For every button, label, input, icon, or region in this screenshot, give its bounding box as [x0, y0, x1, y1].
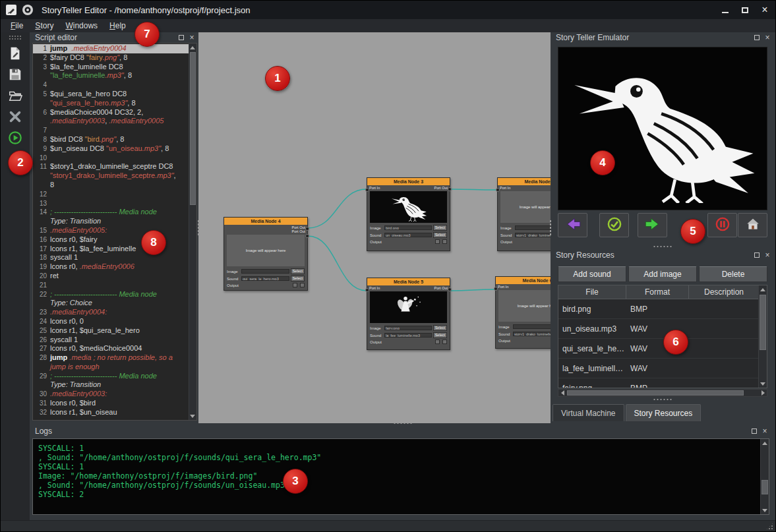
splitter-handle[interactable]: [653, 398, 672, 401]
script-line[interactable]: 6$mediaChoice0004 DC32, 2,.mediaEntry000…: [33, 108, 189, 127]
menu-item-windows[interactable]: Windows: [59, 20, 104, 32]
script-editor[interactable]: 1jump .mediaEntry00042$fairy DC8 "fairy.…: [32, 43, 197, 421]
menu-item-file[interactable]: File: [5, 20, 29, 32]
table-header-format[interactable]: Format: [626, 285, 689, 299]
table-row[interactable]: un_oiseau.mp3WAV: [558, 319, 767, 339]
scroll-down-icon[interactable]: [759, 380, 767, 388]
add-sound-button[interactable]: Add sound: [558, 266, 626, 282]
menu-item-story[interactable]: Story: [29, 20, 59, 32]
script-line[interactable]: 2$fairy DC8 "fairy.png", 8: [33, 53, 189, 63]
node-select-button[interactable]: Select: [433, 225, 447, 231]
node-field-value[interactable]: story1_drako_luminelle_sceptre.mp3: [515, 233, 551, 237]
script-line[interactable]: 29; -------------------------- Media nod…: [33, 372, 189, 390]
input-port-dot[interactable]: [365, 288, 369, 292]
input-port-dot[interactable]: [365, 188, 369, 192]
node-field-value[interactable]: qui_sera_le_hero.mp3: [241, 276, 289, 281]
table-row[interactable]: la_fee_luminelle.mp3WAV: [558, 359, 767, 378]
script-line[interactable]: 28jump .media ; no return possible, so a…: [33, 353, 189, 372]
script-line[interactable]: 31lcons r0, $bird: [33, 399, 189, 408]
table-header-description[interactable]: Description: [689, 285, 760, 299]
node-field-value[interactable]: story1_drako_luminelle_sceptre.mp3: [513, 332, 551, 336]
maximize-button[interactable]: [737, 3, 753, 17]
script-line[interactable]: 22; -------------------------- Media nod…: [33, 290, 189, 309]
graph-node[interactable]: Media Node 7Port InImage will appear her…: [497, 177, 551, 251]
node-option-icon[interactable]: [442, 239, 447, 244]
resize-grip[interactable]: [765, 522, 774, 531]
node-title[interactable]: Media Node 7: [498, 178, 551, 185]
node-canvas[interactable]: Media Node 4Port OutPort OutImage will a…: [198, 32, 551, 423]
resources-table[interactable]: FileFormatDescriptionbird.pngBMPun_oisea…: [558, 285, 767, 388]
splitter-handle[interactable]: [197, 220, 200, 237]
scroll-up-icon[interactable]: [759, 285, 767, 293]
delete-button[interactable]: Delete: [699, 266, 767, 282]
script-line[interactable]: 26syscall 1: [33, 336, 189, 345]
table-hscrollbar[interactable]: [558, 389, 767, 397]
script-line[interactable]: 18syscall 1: [33, 253, 189, 262]
emulator-next-button[interactable]: [638, 213, 667, 237]
script-line[interactable]: 24lcons r0, 0: [33, 317, 189, 326]
node-title[interactable]: Media Node 5: [367, 278, 450, 285]
script-line[interactable]: 20ret: [33, 272, 189, 281]
script-line[interactable]: 1jump .mediaEntry0004: [33, 44, 189, 53]
script-line[interactable]: 4: [33, 80, 189, 90]
table-row[interactable]: qui_sera_le_hero.mp3WAV: [558, 339, 767, 359]
close-panel-icon[interactable]: ×: [763, 251, 771, 259]
script-line[interactable]: 23.mediaEntry0004:: [33, 308, 189, 317]
close-panel-icon[interactable]: ×: [188, 34, 196, 42]
script-editor-scrollbar[interactable]: [189, 44, 196, 420]
script-line[interactable]: 19lcons r0, .mediaEntry0006: [33, 262, 189, 272]
close-button[interactable]: ×: [757, 3, 773, 17]
graph-node[interactable]: Media Node 6Port InImage will appear her…: [495, 276, 551, 349]
scrollbar-thumb[interactable]: [190, 52, 196, 205]
splitter-handle[interactable]: [549, 220, 552, 237]
float-panel-icon[interactable]: [753, 251, 761, 259]
scrollbar-thumb[interactable]: [761, 480, 768, 494]
node-select-button[interactable]: Select: [291, 276, 305, 281]
logs-scrollbar[interactable]: [760, 439, 769, 514]
emulator-pause-button[interactable]: [707, 213, 737, 237]
output-port-dot[interactable]: [448, 287, 452, 291]
script-line[interactable]: 9$un_oiseau DC8 "un_oiseau.mp3", 8: [33, 144, 189, 154]
node-select-button[interactable]: Select: [433, 325, 447, 331]
node-image-preview[interactable]: [370, 191, 447, 223]
node-image-preview[interactable]: [370, 291, 447, 323]
logs-output[interactable]: SYSCALL: 1, Sound: "/home/anthony/ostpro…: [32, 438, 769, 515]
output-port-dot[interactable]: [305, 227, 309, 231]
script-line[interactable]: 21: [33, 281, 189, 290]
node-field-value[interactable]: [513, 324, 551, 329]
add-image-button[interactable]: Add image: [628, 266, 697, 282]
float-panel-icon[interactable]: [177, 34, 185, 42]
node-option-icon[interactable]: [442, 340, 447, 344]
scroll-down-icon[interactable]: [761, 506, 769, 514]
script-line[interactable]: 30.mediaEntry0003:: [33, 390, 189, 399]
script-line[interactable]: 7: [33, 126, 189, 135]
node-title[interactable]: Media Node 4: [224, 218, 307, 225]
node-option-icon[interactable]: [435, 340, 440, 344]
script-line[interactable]: 25lcons r1, $qui_sera_le_hero: [33, 326, 189, 336]
script-line[interactable]: 5$qui_sera_le_hero DC8"qui_sera_le_hero.…: [33, 90, 189, 108]
script-line[interactable]: 11$story1_drako_luminelle_sceptre DC8"st…: [33, 162, 189, 189]
script-line[interactable]: 8$bird DC8 "bird.png", 8: [33, 135, 189, 144]
scroll-up-icon[interactable]: [189, 44, 196, 51]
node-field-value[interactable]: la_fee_luminelle.mp3: [384, 333, 432, 338]
node-select-button[interactable]: Select: [433, 232, 447, 238]
scroll-down-icon[interactable]: [189, 412, 196, 420]
script-line[interactable]: 13: [33, 199, 189, 208]
scrollbar-thumb[interactable]: [567, 390, 744, 396]
table-row[interactable]: bird.pngBMP: [558, 299, 767, 319]
float-panel-icon[interactable]: [753, 34, 761, 42]
node-option-icon[interactable]: [300, 283, 305, 287]
title-bar[interactable]: StoryTeller Editor - /home/anthony/ostpr…: [1, 1, 776, 19]
graph-node[interactable]: Media Node 5Port InPort OutImagefairy.pn…: [367, 278, 450, 350]
script-line[interactable]: 10: [33, 154, 189, 163]
graph-node[interactable]: Media Node 4Port OutPort OutImage will a…: [224, 217, 308, 291]
float-panel-icon[interactable]: [750, 427, 758, 435]
node-field-value[interactable]: bird.png: [384, 225, 432, 230]
script-line[interactable]: 32lcons r1, $un_oiseau: [33, 408, 189, 417]
close-panel-icon[interactable]: ×: [761, 427, 769, 435]
toolbar-save-button[interactable]: [6, 67, 24, 84]
toolbar-new-script-button[interactable]: [6, 46, 24, 63]
scroll-right-icon[interactable]: [759, 389, 767, 397]
input-port-dot[interactable]: [496, 188, 500, 192]
node-image-preview[interactable]: Image will appear here: [498, 290, 551, 322]
